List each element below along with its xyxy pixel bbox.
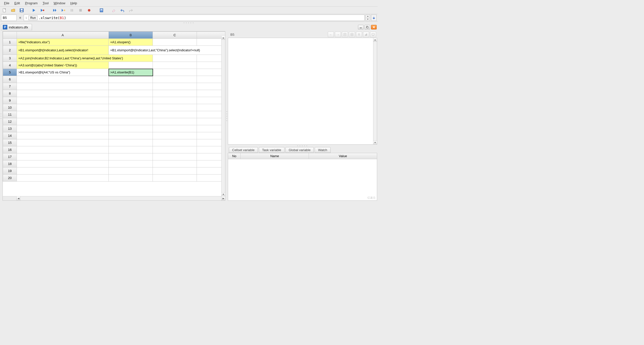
inspector-splitter[interactable]: • • • • • [228, 145, 377, 147]
cell[interactable] [153, 90, 197, 97]
row-header[interactable]: 14 [3, 132, 17, 139]
cell[interactable] [109, 97, 153, 104]
pause-icon[interactable] [69, 8, 75, 13]
row-header[interactable]: 10 [3, 104, 17, 111]
cell-B4[interactable] [109, 62, 153, 69]
cell[interactable] [17, 125, 109, 132]
menu-edit[interactable]: EditEdit [12, 1, 22, 6]
menu-program[interactable]: ProgramProgram [22, 1, 40, 6]
run-icon[interactable] [31, 8, 37, 13]
scroll-right-icon[interactable]: ▶ [221, 196, 225, 200]
row-header[interactable]: 3 [3, 55, 17, 62]
cell[interactable] [109, 139, 153, 146]
cell[interactable] [197, 83, 225, 90]
cell-A5[interactable]: >B1.xlsexport@t(A4;"US vs China") [17, 69, 109, 76]
cell[interactable] [17, 153, 109, 160]
column-header-A[interactable]: A [17, 32, 109, 39]
cell[interactable] [197, 111, 225, 118]
cell-A4[interactable]: =A3.sort@z(abs('United States'-'China')) [17, 62, 109, 69]
tab-watch[interactable]: Watch [315, 147, 330, 153]
cell[interactable] [197, 118, 225, 125]
cell[interactable] [197, 132, 225, 139]
select-all-corner[interactable] [3, 32, 17, 39]
cell[interactable] [153, 153, 197, 160]
step-over-icon[interactable] [52, 8, 57, 13]
menu-tool[interactable]: ToolTool [40, 1, 51, 6]
row-header[interactable]: 1 [3, 39, 17, 46]
cell[interactable] [153, 167, 197, 175]
redo-icon[interactable] [128, 8, 133, 13]
save-icon[interactable] [19, 8, 24, 13]
row-header[interactable]: 9 [3, 97, 17, 104]
cell[interactable] [109, 175, 153, 182]
open-file-icon[interactable] [11, 8, 16, 13]
cell-A2[interactable]: =B1.xlsimport@t(Indicator,Last).select(I… [17, 46, 109, 55]
view-table-icon[interactable] [349, 32, 355, 37]
var-col-value[interactable]: Value [309, 153, 377, 159]
cell-extra[interactable] [197, 55, 225, 62]
row-header[interactable]: 13 [3, 125, 17, 132]
cell[interactable] [17, 97, 109, 104]
row-header[interactable]: 15 [3, 139, 17, 146]
stop-icon[interactable] [78, 8, 83, 13]
row-header[interactable]: 20 [3, 175, 17, 182]
cell-A3[interactable]: =A2.join(Indicator,B2:Indicator,Last:'Ch… [17, 55, 153, 62]
grid-horizontal-scrollbar[interactable]: ◀ ▶ [3, 196, 225, 200]
undo-icon[interactable] [120, 8, 125, 13]
step-into-icon[interactable] [61, 8, 66, 13]
cell[interactable] [153, 111, 197, 118]
cell[interactable] [17, 111, 109, 118]
debug-run-icon[interactable] [40, 8, 45, 13]
cell[interactable] [197, 125, 225, 132]
cell[interactable] [153, 118, 197, 125]
cell[interactable] [197, 167, 225, 175]
cell[interactable] [153, 160, 197, 167]
cell[interactable] [109, 104, 153, 111]
cell-extra[interactable] [197, 39, 225, 46]
cell[interactable] [153, 146, 197, 153]
column-header-B[interactable]: B [109, 32, 153, 39]
cell[interactable] [197, 153, 225, 160]
tab-global-variable[interactable]: Global variable [285, 147, 314, 153]
spinner-up-icon[interactable]: ▲ [366, 15, 370, 18]
row-header[interactable]: 17 [3, 153, 17, 160]
column-header-C[interactable]: C [153, 32, 197, 39]
cell[interactable] [197, 175, 225, 182]
left-gutter[interactable]: ••• [0, 31, 2, 201]
cell[interactable] [197, 160, 225, 167]
cell[interactable] [17, 160, 109, 167]
cell[interactable] [197, 90, 225, 97]
cell[interactable] [197, 104, 225, 111]
cell[interactable] [197, 76, 225, 83]
row-header[interactable]: 6 [3, 76, 17, 83]
cell[interactable] [17, 146, 109, 153]
cell[interactable] [17, 167, 109, 175]
view-display-icon[interactable] [370, 32, 376, 37]
cell-C5[interactable] [153, 69, 197, 76]
cell[interactable] [17, 175, 109, 182]
cell[interactable] [109, 153, 153, 160]
column-header-extra[interactable] [197, 32, 225, 39]
breakpoint-icon[interactable] [87, 8, 92, 13]
cell[interactable] [109, 146, 153, 153]
menu-window[interactable]: WindowWindow [51, 1, 68, 6]
cell[interactable] [197, 146, 225, 153]
cell-B5[interactable]: >A1.xlswrite(B1) [109, 69, 153, 76]
cell-extra[interactable] [197, 69, 225, 76]
scroll-up-icon[interactable]: ▲ [373, 38, 377, 42]
view-text-icon[interactable] [342, 32, 348, 37]
cell[interactable] [153, 132, 197, 139]
row-header[interactable]: 5 [3, 69, 17, 76]
maximize-button[interactable] [365, 25, 370, 29]
cell[interactable] [153, 83, 197, 90]
spinner-down-icon[interactable]: ▼ [366, 18, 370, 21]
cell[interactable] [109, 125, 153, 132]
menu-help[interactable]: HelpHelp [68, 1, 80, 6]
cell[interactable] [153, 139, 197, 146]
cell[interactable] [197, 97, 225, 104]
formula-input[interactable]: 1 Run .xlswrite(B1) [24, 15, 365, 21]
scroll-up-icon[interactable]: ▲ [222, 36, 225, 40]
cell[interactable] [17, 132, 109, 139]
var-col-name[interactable]: Name [241, 153, 309, 159]
cell[interactable] [17, 104, 109, 111]
